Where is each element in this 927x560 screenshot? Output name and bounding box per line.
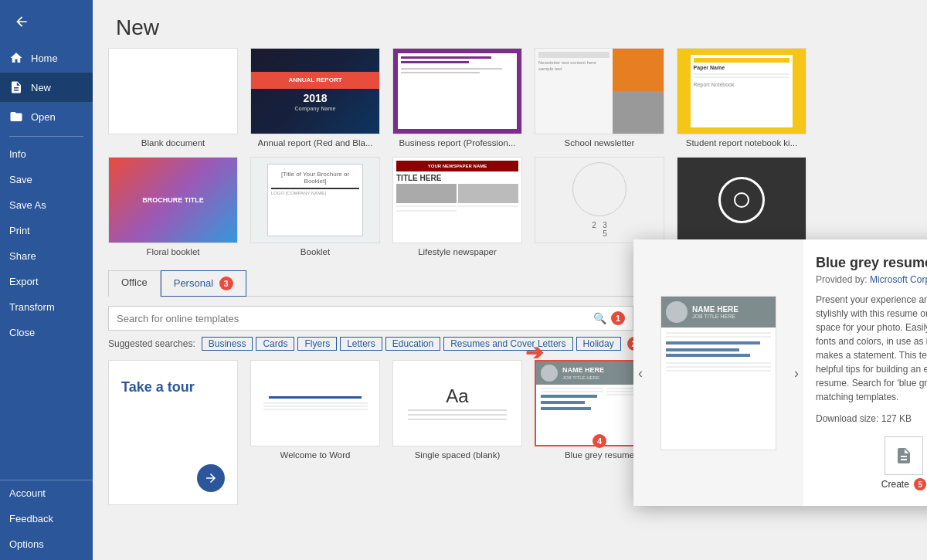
sidebar-item-share[interactable]: Share	[0, 243, 93, 269]
biz-bar-4	[401, 72, 480, 73]
sidebar-item-feedback[interactable]: Feedback	[0, 506, 93, 531]
sidebar-open-label: Open	[31, 111, 56, 123]
student-header	[694, 58, 790, 63]
preview-name: NAME HERE	[692, 305, 739, 314]
modal-create-button[interactable]: Create 5	[881, 436, 926, 490]
suggested-tag-holiday[interactable]: Holiday	[576, 337, 621, 351]
suggested-tag-cards[interactable]: Cards	[256, 337, 294, 351]
single-line-1	[408, 409, 507, 411]
floral-title: BROCHURE TITLE	[142, 196, 204, 204]
single-line-2	[408, 414, 507, 416]
school-gray	[613, 91, 664, 134]
suggested-tag-letters[interactable]: Letters	[340, 337, 382, 351]
template-label-resume: Blue grey resume	[565, 450, 634, 460]
sidebar-item-account[interactable]: Account	[0, 480, 93, 506]
preview-line-1	[666, 332, 771, 334]
modal-body: ‹ NAME HERE JOB TITLE HERE	[633, 239, 927, 506]
resume-line-2	[541, 391, 603, 392]
lifestyle-thumb-inner: YOUR NEWSPAPER NAME TITLE HERE	[393, 158, 521, 243]
sidebar-bottom: Account Feedback Options	[0, 480, 93, 560]
template-business-report[interactable]: Business report (Profession...	[392, 48, 522, 148]
badge-3: 3	[219, 277, 233, 290]
sidebar-item-new[interactable]: New	[0, 73, 93, 102]
modal-next-button[interactable]: ›	[794, 365, 799, 381]
template-single-spaced[interactable]: Aa Single spaced (blank)	[392, 360, 522, 509]
preview-line-3	[666, 362, 771, 364]
template-school-newsletter[interactable]: Newsletter text content here sample text…	[535, 48, 664, 148]
lifestyle-title: TITLE HERE	[396, 174, 518, 182]
resume-bar-2	[541, 401, 585, 404]
modal-download-size: Download size: 127 KB	[816, 413, 927, 424]
preview-line-2	[666, 336, 771, 338]
resume-job-title: JOB TITLE HERE	[562, 375, 604, 380]
lifestyle-col-2	[458, 184, 518, 212]
sidebar-item-close[interactable]: Close	[0, 320, 93, 345]
template-label-blank: Blank document	[141, 138, 205, 148]
modal-preview-panel: ‹ NAME HERE JOB TITLE HERE	[633, 239, 803, 506]
template-booklet[interactable]: [Title of Your Brochure or Booklet] LOGO…	[250, 157, 380, 256]
search-box: 🔍 1	[108, 306, 633, 331]
template-label-single: Single spaced (blank)	[415, 450, 501, 460]
suggested-tag-education[interactable]: Education	[385, 337, 440, 351]
template-floral-booklet[interactable]: BROCHURE TITLE Floral booklet	[108, 157, 238, 256]
single-thumb-inner: Aa	[393, 361, 521, 446]
resume-line-1	[541, 388, 603, 389]
sidebar-nav: Home New Open Info Save Save As Print Sh…	[0, 43, 93, 480]
tour-arrow-button[interactable]	[197, 464, 225, 492]
suggested-tag-flyers[interactable]: Flyers	[297, 337, 337, 351]
template-blank-document[interactable]: Blank document	[108, 48, 238, 148]
tour-card-wrapper: Take a tour	[108, 360, 238, 509]
page-title: New	[93, 0, 927, 48]
booklet-inner: [Title of Your Brochure or Booklet] LOGO…	[267, 164, 364, 236]
lifestyle-img-1	[396, 184, 457, 203]
sidebar-item-info[interactable]: Info	[0, 141, 93, 167]
preview-name-area: NAME HERE JOB TITLE HERE	[692, 305, 739, 319]
tour-arrow-icon	[204, 471, 218, 485]
biz-bar-1	[401, 56, 491, 59]
back-button[interactable]	[6, 6, 37, 37]
school-text: Newsletter text content here sample text	[538, 59, 610, 73]
modal-prev-button[interactable]: ‹	[638, 365, 643, 381]
template-lifestyle-newspaper[interactable]: YOUR NEWSPAPER NAME TITLE HERE	[392, 157, 522, 256]
sidebar-item-print[interactable]: Print	[0, 218, 93, 243]
preview-bar-1	[666, 341, 760, 344]
floral-text: BROCHURE TITLE	[139, 193, 207, 207]
sidebar-item-transform[interactable]: Transform	[0, 294, 93, 320]
single-aa-text: Aa	[446, 385, 468, 407]
sidebar-item-home[interactable]: Home	[0, 43, 93, 73]
school-thumb-inner: Newsletter text content here sample text	[535, 49, 664, 134]
modal-info-panel: Blue grey resume Provided by: Microsoft …	[803, 239, 927, 506]
tab-personal[interactable]: Personal 3	[161, 270, 246, 297]
take-a-tour-card[interactable]: Take a tour	[108, 360, 238, 505]
template-label-booklet: Booklet	[301, 247, 330, 256]
sidebar-item-save-as[interactable]: Save As	[0, 192, 93, 218]
badge-4: 4	[593, 434, 606, 448]
sidebar-home-label: Home	[31, 53, 58, 64]
resume-bar-1	[541, 395, 597, 398]
lifestyle-img-2	[458, 184, 518, 203]
blank-thumb-inner	[109, 49, 237, 134]
sidebar-item-options[interactable]: Options	[0, 531, 93, 557]
template-thumb-booklet: [Title of Your Brochure or Booklet] LOGO…	[250, 157, 380, 243]
single-line-3	[408, 419, 507, 420]
template-thumb-mandala	[677, 157, 806, 243]
modal-provider-link[interactable]: Microsoft Corporation	[870, 274, 927, 285]
annual-year: 2018	[303, 92, 327, 104]
sidebar: Home New Open Info Save Save As Print Sh…	[0, 0, 93, 560]
template-student-notebook[interactable]: Paper Name Report Notebook Student repor…	[677, 48, 806, 148]
partial-thumb-inner: 2 3 5	[535, 158, 664, 243]
search-input[interactable]	[117, 313, 593, 324]
template-annual-report[interactable]: ANNUAL REPORT 2018 Company Name Annual r…	[250, 48, 380, 148]
school-header-bar	[538, 52, 610, 58]
tab-office[interactable]: Office	[108, 270, 161, 297]
sidebar-item-open[interactable]: Open	[0, 102, 93, 131]
suggested-tag-resumes[interactable]: Resumes and Cover Letters	[443, 337, 572, 351]
sidebar-item-export[interactable]: Export	[0, 269, 93, 294]
template-label-lifestyle: Lifestyle newspaper	[418, 247, 497, 256]
template-welcome[interactable]: Welcome to Word	[250, 360, 380, 509]
welcome-line-2	[263, 406, 368, 407]
sidebar-item-save[interactable]: Save	[0, 167, 93, 192]
school-left: Newsletter text content here sample text	[535, 49, 613, 134]
suggested-tag-business[interactable]: Business	[202, 337, 253, 351]
preview-header: NAME HERE JOB TITLE HERE	[661, 297, 776, 328]
